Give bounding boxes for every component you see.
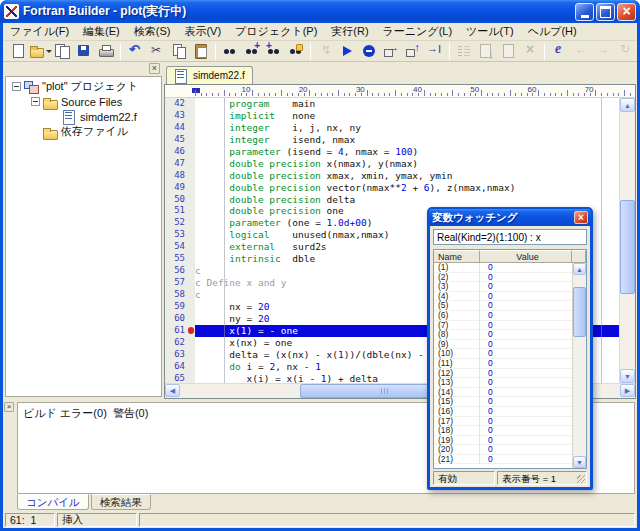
watch-expression-input[interactable]: Real(Kind=2)(1:100) : x xyxy=(433,229,587,245)
find-next-button[interactable] xyxy=(241,41,263,61)
tab-simdem22-f[interactable]: simdem22.f xyxy=(166,66,253,84)
line-number-gutter[interactable]: 65 xyxy=(165,373,195,383)
scroll-down-button[interactable]: ▼ xyxy=(620,369,635,383)
line-number-gutter[interactable]: 45 xyxy=(165,134,195,146)
paste-button[interactable] xyxy=(190,41,212,61)
scroll-left-button[interactable]: ◀ xyxy=(165,384,180,397)
tree-item-simdem22-f[interactable]: simdem22.f xyxy=(6,109,161,124)
line-number-gutter[interactable]: 61 xyxy=(165,325,195,337)
line-number-gutter[interactable]: 47 xyxy=(165,158,195,170)
menu-edit[interactable]: 編集(E) xyxy=(76,23,127,40)
online-help-button[interactable] xyxy=(548,41,570,61)
run-to-cursor-button[interactable] xyxy=(424,41,446,61)
menu-tools[interactable]: ツール(T) xyxy=(459,23,521,40)
line-number-gutter[interactable]: 46 xyxy=(165,146,195,158)
line-number-gutter[interactable]: 53 xyxy=(165,229,195,241)
new-file-button[interactable] xyxy=(7,41,29,61)
cut-button[interactable] xyxy=(146,41,168,61)
watch-row[interactable]: (16)0 xyxy=(434,407,572,417)
line-number-gutter[interactable]: 55 xyxy=(165,253,195,265)
watch-scrollbar[interactable]: ▲ ▼ xyxy=(572,263,586,468)
watch-row[interactable]: (12)0 xyxy=(434,369,572,379)
watch-title-bar[interactable]: 変数ウォッチング × xyxy=(429,209,591,226)
find-in-files-button[interactable] xyxy=(285,41,307,61)
watch-scroll-track[interactable] xyxy=(573,275,586,456)
line-number-gutter[interactable]: 42 xyxy=(165,98,195,110)
line-number-gutter[interactable]: 51 xyxy=(165,205,195,217)
watch-row[interactable]: (8)0 xyxy=(434,330,572,340)
maximize-button[interactable] xyxy=(596,3,615,21)
line-number-gutter[interactable]: 57 xyxy=(165,277,195,289)
code-line[interactable]: 50 double precision delta xyxy=(165,194,619,206)
minimize-button[interactable] xyxy=(575,3,594,21)
print-button[interactable] xyxy=(95,41,117,61)
watch-row[interactable]: (20)0 xyxy=(434,445,572,455)
menu-view[interactable]: 表示(V) xyxy=(177,23,228,40)
watch-scroll-up-button[interactable]: ▲ xyxy=(573,263,586,275)
line-number-gutter[interactable]: 52 xyxy=(165,217,195,229)
tab-compile[interactable]: コンパイル xyxy=(17,494,89,510)
watch-row[interactable]: (18)0 xyxy=(434,426,572,436)
watch-row[interactable]: (21)0 xyxy=(434,455,572,465)
watch-scroll-thumb[interactable] xyxy=(573,287,586,337)
find-previous-button[interactable] xyxy=(263,41,285,61)
watch-row[interactable]: (11)0 xyxy=(434,359,572,369)
line-number-gutter[interactable]: 62 xyxy=(165,337,195,349)
tree-item-source-files[interactable]: Source Files xyxy=(6,94,161,109)
line-number-gutter[interactable]: 63 xyxy=(165,349,195,361)
tree-item-plot-project[interactable]: "plot" プロジェクト xyxy=(6,79,161,94)
line-number-gutter[interactable]: 54 xyxy=(165,241,195,253)
menu-learning[interactable]: ラーニング(L) xyxy=(376,23,459,40)
save-button[interactable] xyxy=(73,41,95,61)
line-number-gutter[interactable]: 59 xyxy=(165,301,195,313)
line-number-gutter[interactable]: 50 xyxy=(165,194,195,206)
copy-button[interactable] xyxy=(168,41,190,61)
run-button[interactable] xyxy=(336,41,358,61)
watch-row[interactable]: (10)0 xyxy=(434,349,572,359)
editor-vertical-scrollbar[interactable]: ▲ ▼ xyxy=(619,98,635,383)
watch-row[interactable]: (17)0 xyxy=(434,417,572,427)
watch-column-name[interactable]: Name xyxy=(434,250,480,263)
step-out-button[interactable] xyxy=(402,41,424,61)
watch-close-button[interactable]: × xyxy=(574,211,588,224)
tree-item-dependent-files[interactable]: 依存ファイル xyxy=(6,124,161,139)
scroll-up-button[interactable]: ▲ xyxy=(620,98,635,112)
watch-row[interactable]: (13)0 xyxy=(434,378,572,388)
watch-row[interactable]: (15)0 xyxy=(434,397,572,407)
code-line[interactable]: 44 integer i, j, nx, ny xyxy=(165,122,619,134)
undo-button[interactable] xyxy=(124,41,146,61)
watch-row[interactable]: (4)0 xyxy=(434,292,572,302)
scroll-right-button[interactable]: ▶ xyxy=(620,384,635,397)
tree-expander[interactable] xyxy=(31,97,40,106)
line-number-gutter[interactable]: 56 xyxy=(165,265,195,277)
watch-scroll-down-button[interactable]: ▼ xyxy=(573,456,586,468)
watch-column-value[interactable]: Value xyxy=(480,250,572,263)
open-file-button[interactable] xyxy=(29,41,51,61)
step-over-button[interactable] xyxy=(380,41,402,61)
tab-search-results[interactable]: 検索結果 xyxy=(91,494,151,510)
code-line[interactable]: 49 double precision vector(nmax**2 + 6),… xyxy=(165,182,619,194)
code-line[interactable]: 46 parameter (isend = 4, nmax = 100) xyxy=(165,146,619,158)
menu-file[interactable]: ファイル(F) xyxy=(3,23,76,40)
menu-help[interactable]: ヘルプ(H) xyxy=(521,23,584,40)
watch-row[interactable]: (3)0 xyxy=(434,282,572,292)
line-number-gutter[interactable]: 48 xyxy=(165,170,195,182)
code-line[interactable]: 48 double precision xmax, xmin, ymax, ym… xyxy=(165,170,619,182)
watch-row[interactable]: (5)0 xyxy=(434,301,572,311)
line-number-gutter[interactable]: 44 xyxy=(165,122,195,134)
line-number-gutter[interactable]: 64 xyxy=(165,361,195,373)
line-number-gutter[interactable]: 58 xyxy=(165,289,195,301)
title-bar[interactable]: Fortran Builder - plot(実行中) xyxy=(0,0,640,23)
watch-row[interactable]: (1)0 xyxy=(434,263,572,273)
close-button[interactable] xyxy=(617,3,636,21)
vertical-scroll-track[interactable] xyxy=(620,112,635,369)
line-number-gutter[interactable]: 60 xyxy=(165,313,195,325)
watch-row[interactable]: (2)0 xyxy=(434,273,572,283)
watch-row[interactable]: (7)0 xyxy=(434,321,572,331)
watch-row[interactable]: (19)0 xyxy=(434,436,572,446)
watch-row[interactable]: (9)0 xyxy=(434,340,572,350)
open-project-button[interactable] xyxy=(51,41,73,61)
line-number-gutter[interactable]: 43 xyxy=(165,110,195,122)
menu-run[interactable]: 実行(R) xyxy=(324,23,375,40)
watch-row[interactable]: (14)0 xyxy=(434,388,572,398)
